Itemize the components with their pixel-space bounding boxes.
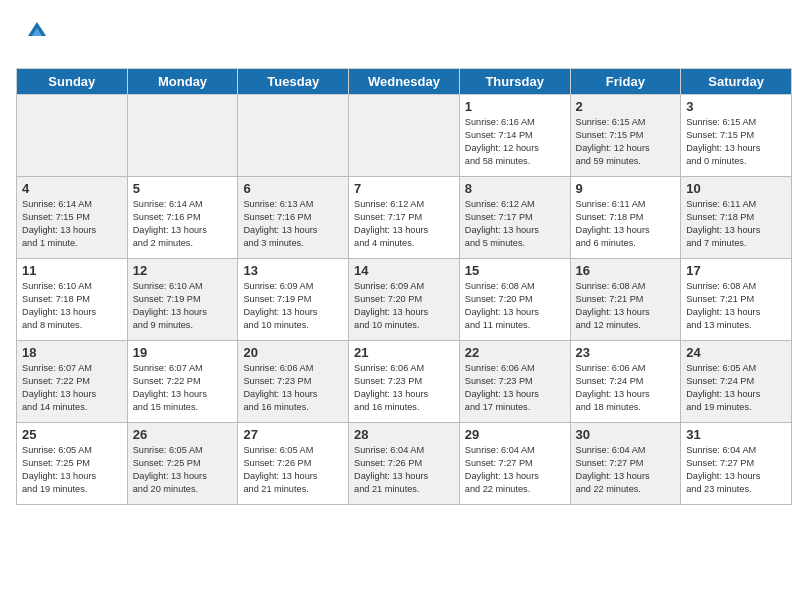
day-number: 6: [243, 181, 343, 196]
week-row-3: 11Sunrise: 6:10 AMSunset: 7:18 PMDayligh…: [17, 259, 792, 341]
day-header-wednesday: Wednesday: [349, 69, 460, 95]
day-number: 27: [243, 427, 343, 442]
day-number: 8: [465, 181, 565, 196]
day-number: 1: [465, 99, 565, 114]
calendar-cell: 11Sunrise: 6:10 AMSunset: 7:18 PMDayligh…: [17, 259, 128, 341]
calendar-cell: 18Sunrise: 6:07 AMSunset: 7:22 PMDayligh…: [17, 341, 128, 423]
calendar-cell: 12Sunrise: 6:10 AMSunset: 7:19 PMDayligh…: [127, 259, 238, 341]
day-number: 9: [576, 181, 676, 196]
cell-info: Sunrise: 6:07 AMSunset: 7:22 PMDaylight:…: [22, 362, 122, 414]
week-row-4: 18Sunrise: 6:07 AMSunset: 7:22 PMDayligh…: [17, 341, 792, 423]
calendar-cell: 5Sunrise: 6:14 AMSunset: 7:16 PMDaylight…: [127, 177, 238, 259]
page-container: SundayMondayTuesdayWednesdayThursdayFrid…: [0, 0, 792, 513]
day-number: 29: [465, 427, 565, 442]
calendar-cell: 26Sunrise: 6:05 AMSunset: 7:25 PMDayligh…: [127, 423, 238, 505]
cell-info: Sunrise: 6:10 AMSunset: 7:19 PMDaylight:…: [133, 280, 233, 332]
calendar-cell: 1Sunrise: 6:16 AMSunset: 7:14 PMDaylight…: [459, 95, 570, 177]
cell-info: Sunrise: 6:12 AMSunset: 7:17 PMDaylight:…: [465, 198, 565, 250]
day-number: 31: [686, 427, 786, 442]
calendar-cell: 24Sunrise: 6:05 AMSunset: 7:24 PMDayligh…: [681, 341, 792, 423]
calendar-cell: [127, 95, 238, 177]
calendar-cell: 28Sunrise: 6:04 AMSunset: 7:26 PMDayligh…: [349, 423, 460, 505]
header: [0, 0, 792, 68]
calendar-cell: 4Sunrise: 6:14 AMSunset: 7:15 PMDaylight…: [17, 177, 128, 259]
calendar-cell: 7Sunrise: 6:12 AMSunset: 7:17 PMDaylight…: [349, 177, 460, 259]
calendar-cell: 30Sunrise: 6:04 AMSunset: 7:27 PMDayligh…: [570, 423, 681, 505]
cell-info: Sunrise: 6:04 AMSunset: 7:27 PMDaylight:…: [576, 444, 676, 496]
calendar-cell: [17, 95, 128, 177]
calendar-cell: 21Sunrise: 6:06 AMSunset: 7:23 PMDayligh…: [349, 341, 460, 423]
cell-info: Sunrise: 6:15 AMSunset: 7:15 PMDaylight:…: [686, 116, 786, 168]
cell-info: Sunrise: 6:08 AMSunset: 7:20 PMDaylight:…: [465, 280, 565, 332]
day-number: 3: [686, 99, 786, 114]
calendar-cell: 25Sunrise: 6:05 AMSunset: 7:25 PMDayligh…: [17, 423, 128, 505]
calendar-cell: 19Sunrise: 6:07 AMSunset: 7:22 PMDayligh…: [127, 341, 238, 423]
calendar-cell: 8Sunrise: 6:12 AMSunset: 7:17 PMDaylight…: [459, 177, 570, 259]
day-number: 28: [354, 427, 454, 442]
cell-info: Sunrise: 6:14 AMSunset: 7:16 PMDaylight:…: [133, 198, 233, 250]
calendar-cell: 3Sunrise: 6:15 AMSunset: 7:15 PMDaylight…: [681, 95, 792, 177]
cell-info: Sunrise: 6:04 AMSunset: 7:26 PMDaylight:…: [354, 444, 454, 496]
cell-info: Sunrise: 6:06 AMSunset: 7:23 PMDaylight:…: [354, 362, 454, 414]
calendar-cell: 10Sunrise: 6:11 AMSunset: 7:18 PMDayligh…: [681, 177, 792, 259]
calendar-cell: 14Sunrise: 6:09 AMSunset: 7:20 PMDayligh…: [349, 259, 460, 341]
day-number: 24: [686, 345, 786, 360]
day-number: 15: [465, 263, 565, 278]
cell-info: Sunrise: 6:08 AMSunset: 7:21 PMDaylight:…: [576, 280, 676, 332]
day-number: 26: [133, 427, 233, 442]
cell-info: Sunrise: 6:08 AMSunset: 7:21 PMDaylight:…: [686, 280, 786, 332]
cell-info: Sunrise: 6:06 AMSunset: 7:24 PMDaylight:…: [576, 362, 676, 414]
calendar-cell: 22Sunrise: 6:06 AMSunset: 7:23 PMDayligh…: [459, 341, 570, 423]
day-number: 22: [465, 345, 565, 360]
day-header-monday: Monday: [127, 69, 238, 95]
calendar-cell: 17Sunrise: 6:08 AMSunset: 7:21 PMDayligh…: [681, 259, 792, 341]
calendar-cell: [238, 95, 349, 177]
cell-info: Sunrise: 6:09 AMSunset: 7:20 PMDaylight:…: [354, 280, 454, 332]
day-header-saturday: Saturday: [681, 69, 792, 95]
day-number: 11: [22, 263, 122, 278]
day-number: 10: [686, 181, 786, 196]
cell-info: Sunrise: 6:11 AMSunset: 7:18 PMDaylight:…: [686, 198, 786, 250]
day-number: 4: [22, 181, 122, 196]
cell-info: Sunrise: 6:11 AMSunset: 7:18 PMDaylight:…: [576, 198, 676, 250]
calendar-cell: 9Sunrise: 6:11 AMSunset: 7:18 PMDaylight…: [570, 177, 681, 259]
cell-info: Sunrise: 6:12 AMSunset: 7:17 PMDaylight:…: [354, 198, 454, 250]
cell-info: Sunrise: 6:14 AMSunset: 7:15 PMDaylight:…: [22, 198, 122, 250]
day-number: 18: [22, 345, 122, 360]
calendar-cell: 20Sunrise: 6:06 AMSunset: 7:23 PMDayligh…: [238, 341, 349, 423]
cell-info: Sunrise: 6:07 AMSunset: 7:22 PMDaylight:…: [133, 362, 233, 414]
day-header-tuesday: Tuesday: [238, 69, 349, 95]
cell-info: Sunrise: 6:04 AMSunset: 7:27 PMDaylight:…: [465, 444, 565, 496]
cell-info: Sunrise: 6:15 AMSunset: 7:15 PMDaylight:…: [576, 116, 676, 168]
day-header-thursday: Thursday: [459, 69, 570, 95]
calendar-cell: 31Sunrise: 6:04 AMSunset: 7:27 PMDayligh…: [681, 423, 792, 505]
day-number: 7: [354, 181, 454, 196]
cell-info: Sunrise: 6:05 AMSunset: 7:26 PMDaylight:…: [243, 444, 343, 496]
cell-info: Sunrise: 6:05 AMSunset: 7:24 PMDaylight:…: [686, 362, 786, 414]
calendar-cell: 13Sunrise: 6:09 AMSunset: 7:19 PMDayligh…: [238, 259, 349, 341]
day-number: 17: [686, 263, 786, 278]
day-number: 21: [354, 345, 454, 360]
logo-icon: [26, 18, 48, 40]
calendar-container: SundayMondayTuesdayWednesdayThursdayFrid…: [0, 68, 792, 513]
day-header-sunday: Sunday: [17, 69, 128, 95]
calendar-cell: 16Sunrise: 6:08 AMSunset: 7:21 PMDayligh…: [570, 259, 681, 341]
cell-info: Sunrise: 6:05 AMSunset: 7:25 PMDaylight:…: [133, 444, 233, 496]
cell-info: Sunrise: 6:06 AMSunset: 7:23 PMDaylight:…: [465, 362, 565, 414]
cell-info: Sunrise: 6:13 AMSunset: 7:16 PMDaylight:…: [243, 198, 343, 250]
calendar-cell: 15Sunrise: 6:08 AMSunset: 7:20 PMDayligh…: [459, 259, 570, 341]
day-number: 5: [133, 181, 233, 196]
calendar-cell: 29Sunrise: 6:04 AMSunset: 7:27 PMDayligh…: [459, 423, 570, 505]
day-number: 23: [576, 345, 676, 360]
cell-info: Sunrise: 6:05 AMSunset: 7:25 PMDaylight:…: [22, 444, 122, 496]
week-row-1: 1Sunrise: 6:16 AMSunset: 7:14 PMDaylight…: [17, 95, 792, 177]
cell-info: Sunrise: 6:16 AMSunset: 7:14 PMDaylight:…: [465, 116, 565, 168]
calendar-cell: 23Sunrise: 6:06 AMSunset: 7:24 PMDayligh…: [570, 341, 681, 423]
cell-info: Sunrise: 6:04 AMSunset: 7:27 PMDaylight:…: [686, 444, 786, 496]
cell-info: Sunrise: 6:10 AMSunset: 7:18 PMDaylight:…: [22, 280, 122, 332]
day-number: 2: [576, 99, 676, 114]
day-number: 16: [576, 263, 676, 278]
day-number: 19: [133, 345, 233, 360]
day-number: 25: [22, 427, 122, 442]
calendar-cell: [349, 95, 460, 177]
